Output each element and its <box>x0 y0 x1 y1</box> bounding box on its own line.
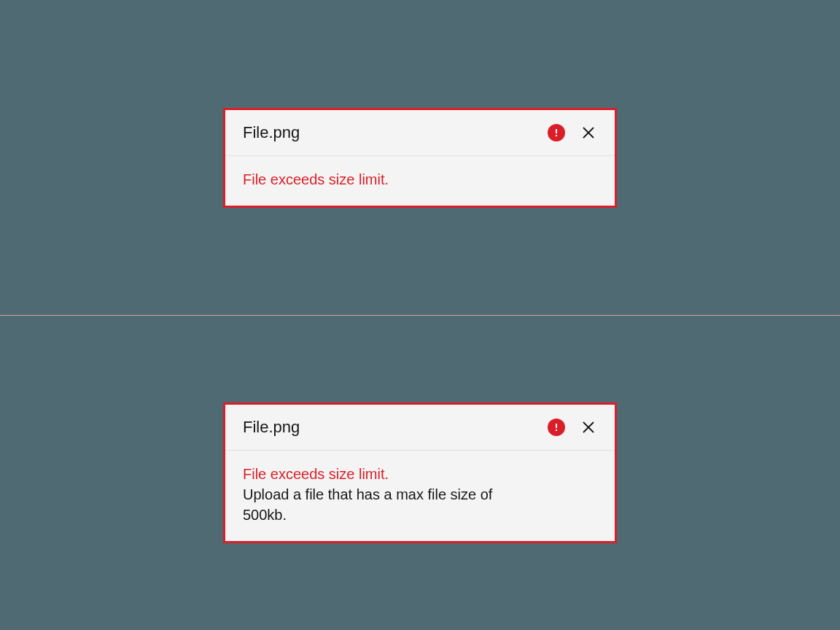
file-card-body: File exceeds size limit. Upload a file t… <box>225 451 615 541</box>
file-error-card: File.png File exceeds size limit. <box>223 108 617 208</box>
error-description: Upload a file that has a max file size o… <box>243 484 505 525</box>
file-card-header: File.png <box>225 405 615 451</box>
close-icon <box>582 421 595 434</box>
example-panel-top: File.png File exceeds size limit. <box>0 0 840 315</box>
close-icon <box>582 126 595 139</box>
file-card-header: File.png <box>225 110 615 156</box>
file-name: File.png <box>243 418 548 437</box>
example-panel-bottom: File.png File exceeds size limit. Upload… <box>0 315 840 630</box>
file-error-card: File.png File exceeds size limit. Upload… <box>223 402 617 543</box>
svg-rect-1 <box>556 135 557 136</box>
error-title: File exceeds size limit. <box>243 464 597 484</box>
svg-rect-5 <box>556 429 557 431</box>
error-title: File exceeds size limit. <box>243 169 597 190</box>
file-name: File.png <box>243 123 548 142</box>
warning-filled-icon <box>548 419 565 436</box>
svg-rect-4 <box>556 424 557 428</box>
svg-rect-0 <box>556 129 557 133</box>
close-button[interactable] <box>580 419 597 436</box>
warning-filled-icon <box>548 124 565 141</box>
file-card-body: File exceeds size limit. <box>225 156 615 206</box>
close-button[interactable] <box>580 124 597 141</box>
